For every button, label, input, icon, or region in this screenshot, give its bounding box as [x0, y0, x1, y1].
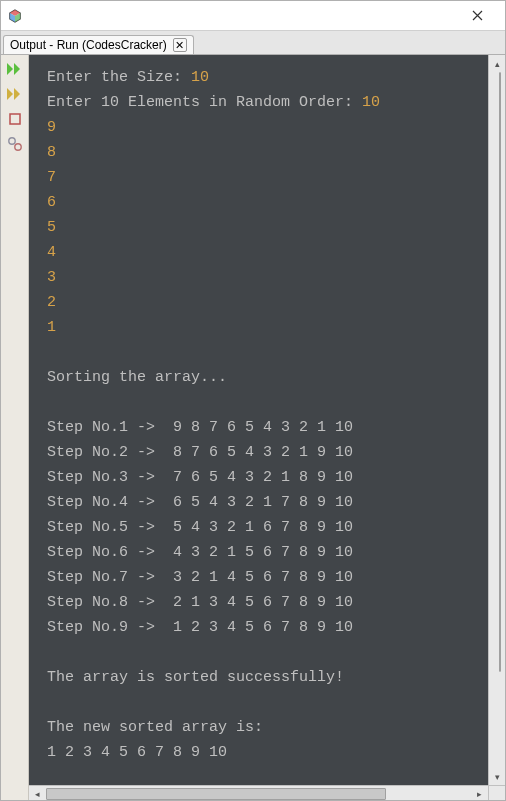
close-button[interactable] — [457, 2, 497, 30]
body-area: Enter the Size: 10 Enter 10 Elements in … — [1, 55, 505, 801]
scroll-down-arrow-icon[interactable]: ▾ — [489, 768, 505, 785]
run-button[interactable] — [4, 83, 26, 105]
svg-point-5 — [8, 138, 14, 144]
stop-button[interactable] — [4, 108, 26, 130]
scroll-corner — [488, 785, 505, 801]
vertical-scrollbar[interactable]: ▴ ▾ — [488, 55, 505, 785]
console-panel: Enter the Size: 10 Enter 10 Elements in … — [29, 55, 505, 801]
horizontal-scrollbar[interactable]: ◂ ▸ — [29, 785, 488, 801]
gear-button[interactable] — [4, 133, 26, 155]
left-gutter — [1, 55, 29, 801]
svg-rect-4 — [10, 114, 20, 124]
hscroll-thumb[interactable] — [46, 788, 386, 800]
console-output[interactable]: Enter the Size: 10 Enter 10 Elements in … — [29, 55, 505, 801]
hscroll-track[interactable] — [46, 786, 471, 801]
tab-close-icon[interactable]: ✕ — [173, 38, 187, 52]
run-all-button[interactable] — [4, 58, 26, 80]
vscroll-thumb[interactable] — [499, 72, 501, 672]
tab-output[interactable]: Output - Run (CodesCracker) ✕ — [3, 35, 194, 54]
tab-bar: Output - Run (CodesCracker) ✕ — [1, 31, 505, 55]
app-icon — [7, 8, 23, 24]
scroll-left-arrow-icon[interactable]: ◂ — [29, 786, 46, 801]
scroll-right-arrow-icon[interactable]: ▸ — [471, 786, 488, 801]
tab-label: Output - Run (CodesCracker) — [10, 38, 167, 52]
scroll-up-arrow-icon[interactable]: ▴ — [489, 55, 505, 72]
titlebar — [1, 1, 505, 31]
svg-point-6 — [14, 144, 20, 150]
